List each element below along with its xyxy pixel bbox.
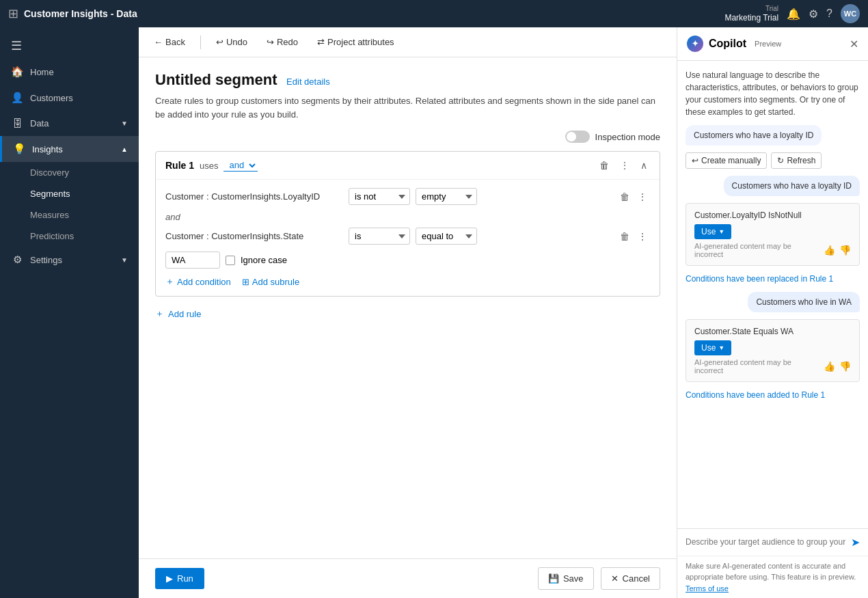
condition-2-more-button[interactable]: ⋮	[635, 230, 650, 243]
copilot-footer: Make sure AI-generated content is accura…	[677, 556, 868, 599]
copilot-input[interactable]	[686, 537, 847, 547]
inspection-mode-toggle[interactable]	[565, 131, 590, 143]
copilot-send-button[interactable]: ➤	[851, 536, 860, 549]
inspection-mode-label: Inspection mode	[595, 132, 660, 142]
condition-1-delete-button[interactable]: 🗑	[617, 190, 632, 204]
bottom-bar: ▶ Run 💾 Save ✕ Cancel	[139, 558, 677, 598]
redo-icon: ↪	[267, 37, 274, 47]
save-button[interactable]: 💾 Save	[538, 567, 594, 590]
redo-button[interactable]: ↪ Redo	[262, 34, 302, 50]
page-title-row: Untitled segment Edit details	[155, 71, 660, 89]
insights-icon: 💡	[13, 143, 25, 155]
rule-header-actions: 🗑 ⋮ ∧	[597, 159, 650, 172]
rule-more-button[interactable]: ⋮	[617, 159, 632, 172]
add-rule-plus-icon: ＋	[155, 308, 164, 320]
copilot-action-row: ↩ Create manually ↻ Refresh	[686, 152, 860, 169]
help-icon[interactable]: ?	[826, 8, 832, 20]
refresh-button[interactable]: ↻ Refresh	[771, 152, 822, 169]
copilot-header: ✦ Copilot Preview ✕	[677, 27, 868, 61]
project-attributes-button[interactable]: ⇄ Project attributes	[313, 34, 398, 50]
copilot-title: Copilot	[709, 38, 746, 50]
grid-icon[interactable]: ⊞	[8, 6, 18, 21]
add-subrule-link[interactable]: ⊞ Add subrule	[242, 277, 299, 287]
sidebar-item-label-insights: Insights	[32, 144, 63, 154]
sidebar-item-segments[interactable]: Segments	[30, 183, 139, 204]
content-area: ← Back ↩ Undo ↪ Redo ⇄ Project attribute…	[139, 27, 677, 598]
and-label: and	[165, 212, 650, 222]
back-button[interactable]: ← Back	[150, 34, 189, 50]
rule-uses-label: uses	[200, 161, 218, 171]
add-rule-row[interactable]: ＋ Add rule	[155, 308, 660, 320]
condition-actions: ＋ Add condition ⊞ Add subrule	[165, 275, 650, 288]
copilot-suggestion-1[interactable]: Customers who have a loyalty ID	[686, 125, 822, 146]
condition-2-field: Customer : CustomerInsights.State	[165, 231, 343, 241]
back-arrow-icon: ←	[154, 37, 163, 47]
toolbar-divider	[200, 36, 201, 49]
condition-1-field: Customer : CustomerInsights.LoyaltyID	[165, 191, 343, 202]
use-chevron-icon-2: ▼	[718, 344, 724, 351]
refresh-icon: ↻	[777, 156, 784, 165]
main-layout: ☰ 🏠 Home 👤 Customers 🗄 Data ▼ 💡 Insights…	[0, 27, 868, 598]
thumbs-up-icon-1[interactable]: 👍	[824, 245, 835, 256]
add-condition-link[interactable]: ＋ Add condition	[165, 275, 231, 288]
create-manually-button[interactable]: ↩ Create manually	[686, 152, 767, 169]
save-icon: 💾	[548, 573, 559, 584]
sidebar-toggle[interactable]: ☰	[0, 33, 139, 59]
sidebar-item-label-customers: Customers	[30, 93, 73, 103]
copilot-user-bubble-2: Customers who live in WA	[748, 292, 860, 312]
sidebar-item-label-data: Data	[30, 118, 49, 128]
data-icon: 🗄	[11, 118, 23, 129]
sidebar-item-home[interactable]: 🏠 Home	[0, 59, 139, 85]
add-condition-plus-icon: ＋	[165, 275, 174, 288]
condition-1-more-button[interactable]: ⋮	[635, 190, 650, 204]
condition-2-value-input[interactable]	[165, 252, 220, 269]
condition-2-op-select[interactable]: is is not	[349, 228, 410, 245]
thumbs-up-icon-2[interactable]: 👍	[824, 361, 835, 372]
sidebar-item-discovery[interactable]: Discovery	[30, 162, 139, 183]
rule-delete-button[interactable]: 🗑	[597, 159, 612, 172]
use-button-2[interactable]: Use ▼	[694, 340, 731, 355]
sidebar-sub-menu: Discovery Segments Measures Predictions	[0, 162, 139, 247]
inspection-mode-row: Inspection mode	[155, 131, 660, 143]
cancel-button[interactable]: ✕ Cancel	[601, 567, 660, 590]
rule-header: Rule 1 uses and or 🗑 ⋮ ∧	[156, 152, 660, 180]
ai-note-1: AI-generated content may be incorrect 👍 …	[694, 242, 851, 258]
sidebar-item-insights[interactable]: 💡 Insights ▲	[0, 136, 139, 162]
add-subrule-icon: ⊞	[242, 277, 249, 287]
edit-details-link[interactable]: Edit details	[286, 77, 330, 87]
condition-1-val-select[interactable]: empty null	[416, 188, 477, 205]
sidebar-item-measures[interactable]: Measures	[30, 204, 139, 226]
copilot-logo: ✦	[687, 36, 703, 52]
terms-of-use-link[interactable]: Terms of use	[686, 584, 729, 593]
thumbs-down-icon-2[interactable]: 👎	[839, 361, 851, 372]
sidebar-item-customers[interactable]: 👤 Customers	[0, 85, 139, 111]
rule-operator-select[interactable]: and or	[223, 159, 258, 172]
notification-icon[interactable]: 🔔	[787, 8, 800, 21]
settings-icon[interactable]: ⚙	[809, 8, 818, 21]
sidebar: ☰ 🏠 Home 👤 Customers 🗄 Data ▼ 💡 Insights…	[0, 27, 139, 598]
data-chevron-icon: ▼	[121, 120, 128, 127]
ai-note-2: AI-generated content may be incorrect 👍 …	[694, 358, 851, 375]
ignore-case-label: Ignore case	[241, 255, 287, 265]
sidebar-item-predictions[interactable]: Predictions	[30, 226, 139, 247]
condition-2-delete-button[interactable]: 🗑	[617, 230, 632, 243]
settings-sidebar-icon: ⚙	[11, 254, 23, 266]
home-icon: 🏠	[11, 66, 23, 78]
toolbar: ← Back ↩ Undo ↪ Redo ⇄ Project attribute…	[139, 27, 677, 57]
copilot-close-button[interactable]: ✕	[850, 38, 858, 51]
avatar[interactable]: WC	[841, 4, 860, 23]
condition-2-val-select[interactable]: equal to contains	[416, 228, 477, 245]
use-button-1[interactable]: Use ▼	[694, 224, 731, 239]
copilot-input-row: ➤	[677, 528, 868, 556]
sidebar-item-data[interactable]: 🗄 Data ▼	[0, 111, 139, 136]
sidebar-item-settings[interactable]: ⚙ Settings ▼	[0, 247, 139, 273]
condition-1-op-select[interactable]: is not is	[349, 188, 410, 205]
condition-1-row: Customer : CustomerInsights.LoyaltyID is…	[165, 188, 650, 205]
thumbs-down-icon-1[interactable]: 👎	[839, 245, 851, 256]
ignore-case-checkbox[interactable]	[226, 256, 235, 265]
copilot-code-box-2: Customer.State Equals WA Use ▼ AI-genera…	[686, 319, 860, 382]
undo-button[interactable]: ↩ Undo	[212, 34, 252, 50]
run-button[interactable]: ▶ Run	[155, 568, 204, 589]
rule-collapse-button[interactable]: ∧	[638, 159, 650, 172]
insights-chevron-icon: ▲	[121, 146, 128, 153]
